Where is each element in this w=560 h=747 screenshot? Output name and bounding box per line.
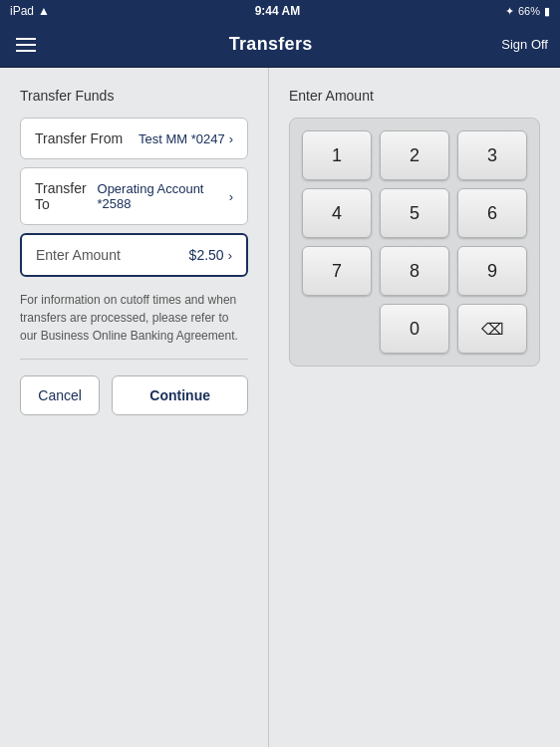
transfer-funds-title: Transfer Funds <box>20 88 248 104</box>
backspace-key[interactable]: ⌫ <box>457 304 527 354</box>
key-0[interactable]: 0 <box>380 304 449 354</box>
chevron-right-icon: › <box>229 189 233 204</box>
keypad-grid: 1234567890⌫ <box>302 130 527 354</box>
battery-icon: ▮ <box>544 5 550 18</box>
hamburger-icon <box>16 38 36 40</box>
main-content: Transfer Funds Transfer From Test MM *02… <box>0 68 560 747</box>
backspace-icon: ⌫ <box>481 320 504 339</box>
device-label: iPad <box>10 4 34 18</box>
action-buttons: Cancel Continue <box>20 375 248 415</box>
transfer-to-field[interactable]: Transfer To Operating Account *2588 › <box>20 167 248 225</box>
key-6[interactable]: 6 <box>457 188 527 238</box>
transfer-to-label: Transfer To <box>35 180 98 212</box>
left-panel: Transfer Funds Transfer From Test MM *02… <box>0 68 269 747</box>
amount-label: Enter Amount <box>36 247 121 263</box>
chevron-right-icon: › <box>228 248 232 263</box>
key-2[interactable]: 2 <box>380 130 449 180</box>
status-bar: iPad ▲ 9:44 AM ✦ 66% ▮ <box>0 0 560 22</box>
key-9[interactable]: 9 <box>457 246 527 296</box>
amount-value: $2.50 › <box>189 247 232 263</box>
keypad-title: Enter Amount <box>289 88 540 104</box>
key-1[interactable]: 1 <box>302 130 372 180</box>
enter-amount-field[interactable]: Enter Amount $2.50 › <box>20 233 248 277</box>
right-panel: Enter Amount 1234567890⌫ <box>269 68 560 747</box>
sign-off-button[interactable]: Sign Off <box>501 37 548 52</box>
hamburger-icon <box>16 44 36 46</box>
key-7[interactable]: 7 <box>302 246 372 296</box>
status-time: 9:44 AM <box>255 4 301 18</box>
menu-button[interactable] <box>12 34 40 56</box>
info-text: For information on cutoff times and when… <box>20 291 248 360</box>
key-3[interactable]: 3 <box>457 130 527 180</box>
bluetooth-icon: ✦ <box>505 5 514 18</box>
key-4[interactable]: 4 <box>302 188 372 238</box>
wifi-icon: ▲ <box>38 4 50 18</box>
nav-bar: Transfers Sign Off <box>0 22 560 68</box>
cancel-button[interactable]: Cancel <box>20 375 100 415</box>
transfer-from-label: Transfer From <box>35 130 123 146</box>
transfer-to-value: Operating Account *2588 › <box>98 181 233 211</box>
status-bar-left: iPad ▲ <box>10 4 50 18</box>
battery-label: 66% <box>518 5 540 17</box>
continue-button[interactable]: Continue <box>112 375 248 415</box>
numeric-keypad: 1234567890⌫ <box>289 118 540 367</box>
status-bar-right: ✦ 66% ▮ <box>505 5 550 18</box>
keypad-empty <box>302 304 372 354</box>
transfer-from-value: Test MM *0247 › <box>139 131 233 146</box>
chevron-right-icon: › <box>229 131 233 146</box>
key-8[interactable]: 8 <box>380 246 449 296</box>
hamburger-icon <box>16 50 36 52</box>
page-title: Transfers <box>229 34 313 55</box>
key-5[interactable]: 5 <box>380 188 449 238</box>
transfer-from-field[interactable]: Transfer From Test MM *0247 › <box>20 118 248 159</box>
